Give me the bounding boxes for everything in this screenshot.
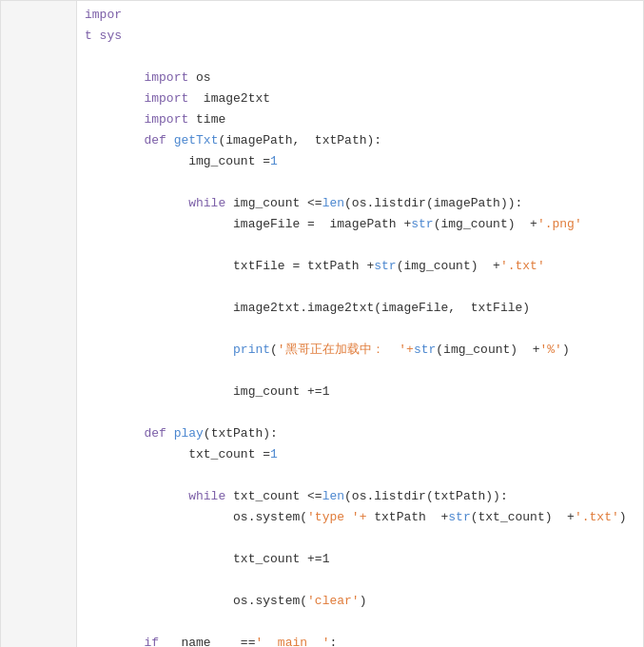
line-number bbox=[1, 88, 76, 109]
line-number bbox=[1, 109, 76, 130]
code-line: img_count +=1 bbox=[85, 382, 643, 402]
code-token: '.txt' bbox=[500, 256, 545, 277]
code-area[interactable]: import sys import os import image2txt im… bbox=[77, 1, 643, 647]
code-token: import bbox=[144, 88, 188, 109]
code-token: os.system( bbox=[233, 591, 307, 612]
code-token: str bbox=[411, 214, 433, 235]
line-number bbox=[1, 47, 76, 68]
code-line: img_count =1 bbox=[85, 151, 643, 172]
line-number bbox=[1, 570, 76, 591]
code-token: '.txt' bbox=[575, 507, 619, 528]
code-line bbox=[85, 361, 643, 382]
code-token: import bbox=[144, 109, 188, 130]
code-token: len bbox=[322, 486, 344, 507]
code-token: img_count = bbox=[188, 151, 270, 172]
code-token: '黑哥正在加载中： '+ bbox=[278, 340, 414, 361]
line-number bbox=[1, 26, 76, 47]
line-number bbox=[1, 549, 76, 570]
code-token: str bbox=[374, 256, 396, 277]
code-line bbox=[85, 465, 643, 486]
code-token bbox=[85, 214, 233, 235]
code-token: : bbox=[329, 633, 337, 647]
line-number bbox=[1, 507, 76, 528]
code-token bbox=[166, 130, 174, 151]
code-line: if __name__ =='__main__': bbox=[85, 633, 643, 647]
line-number bbox=[1, 591, 76, 612]
code-token: 1 bbox=[270, 151, 278, 172]
line-number bbox=[1, 172, 76, 193]
code-token bbox=[85, 507, 233, 528]
code-token bbox=[85, 382, 233, 402]
code-line: image2txt.image2txt(imageFile, txtFile) bbox=[85, 298, 643, 319]
code-line bbox=[85, 319, 643, 340]
code-token: (os.listdir(txtPath)): bbox=[344, 486, 508, 507]
line-number bbox=[1, 340, 76, 361]
code-token bbox=[85, 591, 233, 612]
code-token: txt_count <= bbox=[225, 486, 322, 507]
code-line: import image2txt bbox=[85, 88, 643, 109]
code-line: txt_count =1 bbox=[85, 444, 643, 465]
code-line: imageFile = imagePath +str(img_count) +'… bbox=[85, 214, 643, 235]
code-token: play bbox=[174, 423, 204, 444]
code-token: import bbox=[144, 68, 188, 88]
line-number bbox=[1, 319, 76, 340]
code-token: (img_count) + bbox=[434, 214, 537, 235]
code-token: imageFile = imagePath + bbox=[233, 214, 411, 235]
line-number bbox=[1, 193, 76, 214]
line-number bbox=[1, 465, 76, 486]
code-line bbox=[85, 402, 643, 423]
code-token: (txt_count) + bbox=[471, 507, 575, 528]
code-token: 1 bbox=[270, 444, 278, 465]
code-token: getTxt bbox=[174, 130, 219, 151]
code-line: print('黑哥正在加载中： '+str(img_count) +'%') bbox=[85, 340, 643, 361]
code-token bbox=[85, 549, 233, 570]
line-number bbox=[1, 5, 76, 26]
code-line: import os bbox=[85, 68, 643, 88]
code-token bbox=[85, 151, 188, 172]
code-token: str bbox=[448, 507, 470, 528]
code-token: (img_count) + bbox=[397, 256, 500, 277]
line-number bbox=[1, 423, 76, 444]
code-line bbox=[85, 235, 643, 256]
code-line: txtFile = txtPath +str(img_count) +'.txt… bbox=[85, 256, 643, 277]
code-token: while bbox=[188, 193, 225, 214]
code-token: 'type '+ bbox=[307, 507, 366, 528]
line-number bbox=[1, 130, 76, 151]
code-token: os bbox=[188, 68, 210, 88]
code-token bbox=[85, 109, 144, 130]
code-token bbox=[85, 130, 144, 151]
code-token: txtPath + bbox=[366, 507, 448, 528]
line-number bbox=[1, 528, 76, 549]
code-token: ( bbox=[270, 340, 278, 361]
line-number bbox=[1, 214, 76, 235]
line-number bbox=[1, 235, 76, 256]
code-token: ) bbox=[562, 340, 570, 361]
line-numbers bbox=[1, 1, 77, 647]
code-line: def getTxt(imagePath, txtPath): bbox=[85, 130, 643, 151]
code-token bbox=[85, 340, 233, 361]
code-token: __name__ == bbox=[159, 633, 255, 647]
code-line bbox=[85, 528, 643, 549]
code-token bbox=[85, 68, 144, 88]
line-number bbox=[1, 633, 76, 647]
code-line: def play(txtPath): bbox=[85, 423, 643, 444]
code-token: (imagePath, txtPath): bbox=[218, 130, 381, 151]
code-line: t sys bbox=[85, 26, 643, 47]
code-token bbox=[85, 193, 188, 214]
code-token: '.png' bbox=[537, 214, 582, 235]
code-line: while img_count <=len(os.listdir(imagePa… bbox=[85, 193, 643, 214]
code-token: def bbox=[144, 423, 166, 444]
line-number bbox=[1, 298, 76, 319]
line-number bbox=[1, 382, 76, 402]
code-line: txt_count +=1 bbox=[85, 549, 643, 570]
code-token: len bbox=[322, 193, 344, 214]
code-token: '%' bbox=[540, 340, 562, 361]
code-token: t sys bbox=[85, 26, 122, 47]
line-number bbox=[1, 402, 76, 423]
code-token: if bbox=[144, 633, 159, 647]
code-token: ) bbox=[360, 591, 367, 612]
code-line: os.system('type '+ txtPath +str(txt_coun… bbox=[85, 507, 643, 528]
code-token: image2txt bbox=[188, 88, 270, 109]
code-line: impor bbox=[85, 5, 643, 26]
code-line bbox=[85, 277, 643, 298]
